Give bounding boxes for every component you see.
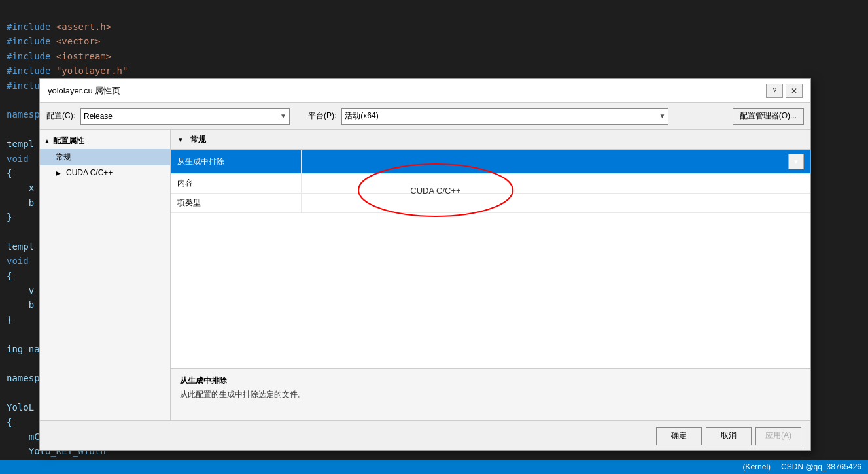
prop-value-itemtype — [302, 194, 810, 212]
tree-expand-icon: ▶ — [56, 169, 61, 177]
left-panel: ▲ 配置属性 常规 ▶ CUDA C/C++ — [40, 130, 171, 420]
config-value: Release — [84, 112, 113, 121]
config-select-arrow: ▼ — [280, 112, 286, 120]
desc-title: 从生成中排除 — [180, 375, 801, 386]
close-button[interactable]: ✕ — [786, 84, 803, 98]
cancel-button[interactable]: 取消 — [706, 427, 752, 445]
desc-text: 从此配置的生成中排除选定的文件。 — [180, 389, 801, 400]
tree-item-cuda-label: CUDA C/C++ — [66, 168, 113, 177]
code-line: #include <vector> — [0, 34, 868, 48]
prop-name-itemtype: 项类型 — [171, 194, 302, 212]
platform-label: 平台(P): — [308, 110, 336, 122]
prop-row-itemtype[interactable]: 项类型 — [171, 194, 810, 213]
tree-item-cuda[interactable]: ▶ CUDA C/C++ — [40, 165, 170, 180]
prop-section-label: 常规 — [190, 134, 206, 145]
prop-section-header: ▼ 常规 — [171, 130, 810, 150]
tree-item-general-label: 常规 — [56, 152, 71, 161]
config-label: 配置(C): — [46, 110, 75, 122]
prop-row-content[interactable]: 内容 — [171, 174, 810, 194]
status-bar: (Kernel) CSDN @qq_38765426 — [0, 460, 868, 474]
help-button[interactable]: ? — [766, 84, 783, 98]
platform-value: 活动(x64) — [345, 110, 378, 122]
property-table: ▼ 常规 从生成中排除 ▼ 内容 项 — [171, 130, 810, 368]
platform-select-arrow: ▼ — [659, 112, 665, 120]
dialog-body: ▲ 配置属性 常规 ▶ CUDA C/C++ ▼ 常规 从生成中排除 — [40, 130, 810, 420]
tree-section-label: 配置属性 — [53, 135, 84, 146]
prop-section-arrow: ▼ — [177, 136, 184, 143]
platform-select[interactable]: 活动(x64) ▼ — [341, 108, 668, 125]
prop-value-exclude: ▼ — [302, 150, 810, 173]
prop-name-exclude: 从生成中排除 — [171, 150, 302, 173]
tree-item-general[interactable]: 常规 — [40, 149, 170, 165]
prop-row-exclude[interactable]: 从生成中排除 ▼ — [171, 150, 810, 174]
prop-dropdown-button[interactable]: ▼ — [788, 154, 804, 169]
dialog-title: yololayer.cu 属性页 — [48, 85, 120, 97]
kernel-label: (Kernel) — [742, 462, 771, 471]
prop-value-content — [302, 174, 810, 193]
tree-section-header: ▲ 配置属性 — [40, 133, 170, 149]
titlebar-buttons: ? ✕ — [766, 84, 803, 98]
config-manager-button[interactable]: 配置管理器(O)... — [733, 108, 804, 125]
csdn-label: CSDN @qq_38765426 — [781, 462, 861, 471]
confirm-button[interactable]: 确定 — [656, 427, 702, 445]
apply-button[interactable]: 应用(A) — [755, 427, 801, 445]
dialog-titlebar: yololayer.cu 属性页 ? ✕ — [40, 79, 810, 103]
code-line: #include <iostream> — [0, 49, 868, 63]
dialog-footer: 确定 取消 应用(A) — [40, 420, 810, 450]
config-row: 配置(C): Release ▼ 平台(P): 活动(x64) ▼ 配置管理器(… — [40, 103, 810, 130]
config-select[interactable]: Release ▼ — [80, 108, 290, 125]
right-panel: ▼ 常规 从生成中排除 ▼ 内容 项 — [171, 130, 810, 420]
prop-name-content: 内容 — [171, 174, 302, 193]
code-line: #include "yololayer.h" — [0, 63, 868, 78]
properties-dialog: yololayer.cu 属性页 ? ✕ 配置(C): Release ▼ 平台… — [39, 78, 811, 451]
description-panel: 从生成中排除 从此配置的生成中排除选定的文件。 — [171, 368, 810, 420]
tree-collapse-icon: ▲ — [44, 137, 50, 144]
code-line: #include <assert.h> — [0, 20, 868, 34]
